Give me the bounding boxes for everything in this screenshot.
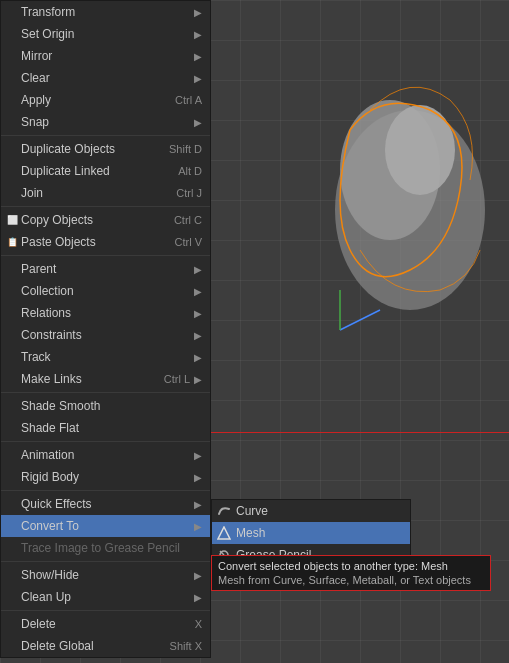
duplicate-linked-label: Duplicate Linked (21, 164, 168, 178)
quick-effects-arrow: ▶ (194, 499, 202, 510)
make-links-label: Make Links (21, 372, 154, 386)
make-links-arrow: ▶ (194, 374, 202, 385)
menu-item-make-links[interactable]: Make Links Ctrl L ▶ (1, 368, 210, 390)
parent-label: Parent (21, 262, 190, 276)
copy-icon: ⬜ (5, 213, 19, 227)
curve-icon (216, 503, 232, 519)
separator-3 (1, 255, 210, 256)
transform-arrow: ▶ (194, 7, 202, 18)
set-origin-label: Set Origin (21, 27, 190, 41)
delete-global-label: Delete Global (21, 639, 160, 653)
copy-objects-shortcut: Ctrl C (174, 214, 202, 226)
rigid-body-label: Rigid Body (21, 470, 190, 484)
apply-shortcut: Ctrl A (175, 94, 202, 106)
tooltip-description: Mesh from Curve, Surface, Metaball, or T… (218, 574, 484, 586)
menu-item-shade-flat[interactable]: Shade Flat (1, 417, 210, 439)
paste-objects-shortcut: Ctrl V (175, 236, 203, 248)
delete-global-shortcut: Shift X (170, 640, 202, 652)
svg-marker-5 (218, 527, 230, 539)
svg-line-3 (340, 310, 380, 330)
menu-item-constraints[interactable]: Constraints ▶ (1, 324, 210, 346)
menu-item-collection[interactable]: Collection ▶ (1, 280, 210, 302)
duplicate-objects-shortcut: Shift D (169, 143, 202, 155)
menu-item-apply[interactable]: Apply Ctrl A (1, 89, 210, 111)
collection-label: Collection (21, 284, 190, 298)
delete-label: Delete (21, 617, 185, 631)
tooltip-box: Convert selected objects to another type… (211, 555, 491, 591)
mirror-label: Mirror (21, 49, 190, 63)
menu-item-copy-objects[interactable]: ⬜ Copy Objects Ctrl C (1, 209, 210, 231)
menu-item-paste-objects[interactable]: 📋 Paste Objects Ctrl V (1, 231, 210, 253)
menu-item-rigid-body[interactable]: Rigid Body ▶ (1, 466, 210, 488)
svg-point-2 (385, 105, 455, 195)
red-axis-line (210, 432, 509, 433)
show-hide-arrow: ▶ (194, 570, 202, 581)
clean-up-arrow: ▶ (194, 592, 202, 603)
menu-item-shade-smooth[interactable]: Shade Smooth (1, 395, 210, 417)
convert-to-label: Convert To (21, 519, 190, 533)
animation-label: Animation (21, 448, 190, 462)
constraints-label: Constraints (21, 328, 190, 342)
apply-label: Apply (21, 93, 165, 107)
separator-4 (1, 392, 210, 393)
transform-label: Transform (21, 5, 190, 19)
menu-item-clear[interactable]: Clear ▶ (1, 67, 210, 89)
convert-to-arrow: ▶ (194, 521, 202, 532)
show-hide-label: Show/Hide (21, 568, 190, 582)
constraints-arrow: ▶ (194, 330, 202, 341)
delete-shortcut: X (195, 618, 202, 630)
menu-item-duplicate-linked[interactable]: Duplicate Linked Alt D (1, 160, 210, 182)
track-label: Track (21, 350, 190, 364)
duplicate-linked-shortcut: Alt D (178, 165, 202, 177)
snap-arrow: ▶ (194, 117, 202, 128)
tooltip-title: Convert selected objects to another type… (218, 560, 484, 572)
3d-object (290, 50, 500, 370)
mesh-label: Mesh (236, 526, 265, 540)
curve-label: Curve (236, 504, 268, 518)
menu-item-join[interactable]: Join Ctrl J (1, 182, 210, 204)
rigid-body-arrow: ▶ (194, 472, 202, 483)
separator-8 (1, 610, 210, 611)
trace-image-label: Trace Image to Grease Pencil (21, 541, 202, 555)
menu-item-delete[interactable]: Delete X (1, 613, 210, 635)
clear-label: Clear (21, 71, 190, 85)
join-shortcut: Ctrl J (176, 187, 202, 199)
separator-1 (1, 135, 210, 136)
separator-7 (1, 561, 210, 562)
menu-item-clean-up[interactable]: Clean Up ▶ (1, 586, 210, 608)
snap-label: Snap (21, 115, 190, 129)
menu-item-parent[interactable]: Parent ▶ (1, 258, 210, 280)
menu-item-animation[interactable]: Animation ▶ (1, 444, 210, 466)
shade-flat-label: Shade Flat (21, 421, 202, 435)
relations-arrow: ▶ (194, 308, 202, 319)
menu-item-quick-effects[interactable]: Quick Effects ▶ (1, 493, 210, 515)
track-arrow: ▶ (194, 352, 202, 363)
clean-up-label: Clean Up (21, 590, 190, 604)
context-menu: Transform ▶ Set Origin ▶ Mirror ▶ Clear … (0, 0, 211, 658)
menu-item-trace-image: Trace Image to Grease Pencil (1, 537, 210, 559)
menu-item-convert-to[interactable]: Convert To ▶ (1, 515, 210, 537)
separator-5 (1, 441, 210, 442)
menu-item-duplicate-objects[interactable]: Duplicate Objects Shift D (1, 138, 210, 160)
mirror-arrow: ▶ (194, 51, 202, 62)
clear-arrow: ▶ (194, 73, 202, 84)
menu-item-show-hide[interactable]: Show/Hide ▶ (1, 564, 210, 586)
duplicate-objects-label: Duplicate Objects (21, 142, 159, 156)
submenu-item-curve[interactable]: Curve (212, 500, 410, 522)
menu-item-relations[interactable]: Relations ▶ (1, 302, 210, 324)
menu-item-track[interactable]: Track ▶ (1, 346, 210, 368)
menu-item-delete-global[interactable]: Delete Global Shift X (1, 635, 210, 657)
mesh-icon (216, 525, 232, 541)
parent-arrow: ▶ (194, 264, 202, 275)
menu-item-set-origin[interactable]: Set Origin ▶ (1, 23, 210, 45)
menu-item-transform[interactable]: Transform ▶ (1, 1, 210, 23)
collection-arrow: ▶ (194, 286, 202, 297)
make-links-shortcut: Ctrl L (164, 373, 190, 385)
menu-item-mirror[interactable]: Mirror ▶ (1, 45, 210, 67)
separator-6 (1, 490, 210, 491)
shade-smooth-label: Shade Smooth (21, 399, 202, 413)
quick-effects-label: Quick Effects (21, 497, 190, 511)
submenu-item-mesh[interactable]: Mesh (212, 522, 410, 544)
separator-2 (1, 206, 210, 207)
menu-item-snap[interactable]: Snap ▶ (1, 111, 210, 133)
